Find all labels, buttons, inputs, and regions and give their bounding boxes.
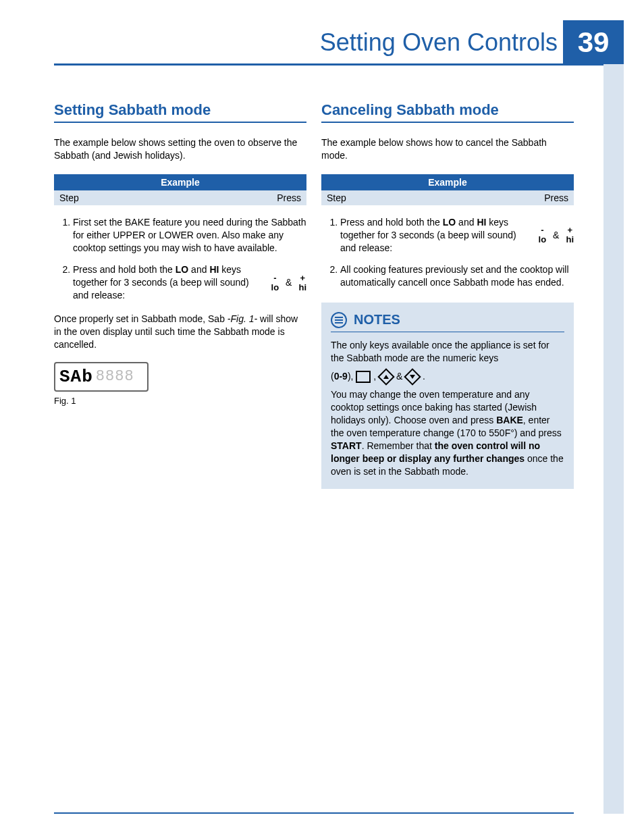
page-title: Setting Oven Controls (320, 28, 558, 57)
lo-hi-keys: - lo & + hi (271, 273, 306, 292)
bottom-rule (54, 812, 574, 814)
example-subheader-left: Step Press (54, 190, 306, 205)
notes-title: NOTES (354, 311, 400, 329)
lo-text: LO (443, 217, 456, 228)
ampersand: & (286, 276, 292, 289)
numeric-keys: 0-9 (334, 371, 348, 382)
down-arrow-icon (404, 369, 421, 386)
start-text: START (331, 440, 362, 451)
col-press: Press (277, 192, 301, 203)
hi-text: HI (209, 264, 219, 275)
example-subheader-right: Step Press (321, 190, 574, 205)
fig-ref: -Fig. 1- (227, 313, 257, 324)
hi-label: hi (566, 235, 574, 244)
display-dim: 8888 (96, 368, 134, 385)
side-strip (603, 64, 624, 814)
lo-key-icon: - lo (539, 226, 547, 244)
plus-sign: + (567, 226, 572, 235)
minus-sign: - (541, 226, 543, 235)
hi-text: HI (477, 217, 486, 228)
ampersand: & (553, 229, 559, 242)
text: Press and hold both the (73, 264, 176, 275)
left-column: Setting Sabbath mode The example below s… (54, 101, 306, 489)
setting-sabbath-intro: The example below shows setting the oven… (54, 136, 306, 162)
top-rule (54, 63, 624, 66)
lo-key-icon: - lo (271, 273, 279, 292)
text: Once properly set in Sabbath mode, Sab (54, 313, 227, 324)
hi-key-icon: + hi (298, 273, 306, 292)
notes-keys-line: (0-9), , & . (331, 370, 564, 383)
left-step-1: First set the BAKE feature you need duri… (73, 216, 306, 255)
left-step-2: Press and hold both the LO and HI keys t… (73, 263, 306, 302)
text: and (456, 217, 477, 228)
plus-sign: + (300, 273, 305, 283)
oven-display-figure: SAb 8888 (54, 362, 149, 392)
notes-p2: You may change the oven temperature and … (331, 388, 564, 477)
hi-key-icon: + hi (566, 226, 574, 244)
right-step-1: Press and hold both the LO and HI keys t… (340, 216, 574, 255)
minus-sign: - (273, 273, 276, 283)
text: ), (348, 371, 356, 382)
text: Press and hold both the (340, 217, 443, 228)
canceling-sabbath-intro: The example below shows how to cancel th… (321, 136, 574, 162)
right-column: Canceling Sabbath mode The example below… (321, 101, 574, 489)
up-arrow-icon (377, 369, 394, 386)
lo-label: lo (539, 235, 547, 244)
lo-label: lo (271, 283, 279, 292)
text: and (188, 264, 209, 275)
fig-1-label: Fig. 1 (54, 396, 306, 406)
notes-icon (331, 312, 347, 328)
setting-sabbath-heading: Setting Sabbath mode (54, 101, 306, 123)
sabbath-after-text: Once properly set in Sabbath mode, Sab -… (54, 313, 306, 351)
text: . Remember that (362, 440, 435, 451)
bake-text: BAKE (496, 415, 523, 425)
col-press: Press (544, 192, 568, 203)
hi-label: hi (298, 283, 306, 292)
display-sab: SAb (59, 367, 93, 387)
col-step: Step (327, 192, 346, 203)
lo-text: LO (176, 264, 188, 275)
page-number: 39 (563, 20, 624, 64)
lo-hi-keys: - lo & + hi (539, 226, 574, 244)
notes-box: NOTES The only keys available once the a… (321, 303, 574, 488)
notes-p1: The only keys available once the applian… (331, 339, 564, 365)
example-header-left: Example (54, 174, 306, 190)
right-step-2: All cooking features previously set and … (340, 263, 574, 289)
canceling-sabbath-heading: Canceling Sabbath mode (321, 101, 574, 123)
blank-key-icon (356, 371, 371, 383)
col-step: Step (59, 192, 79, 203)
example-header-right: Example (321, 174, 574, 190)
